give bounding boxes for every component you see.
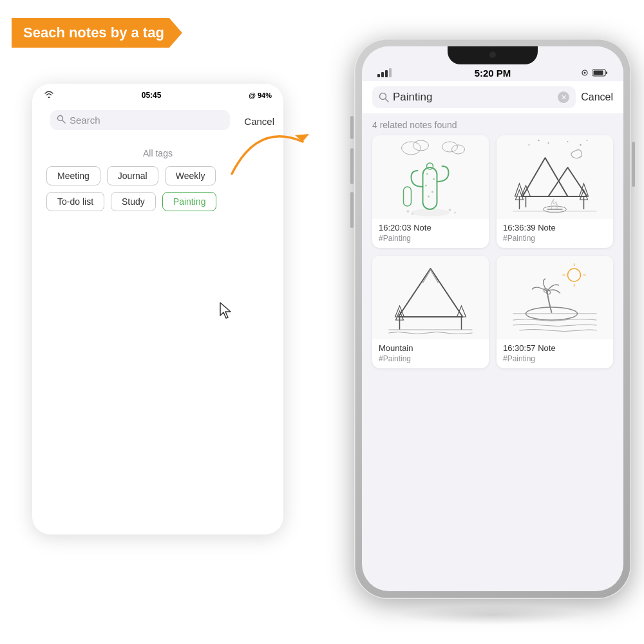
svg-marker-46 xyxy=(399,269,463,317)
svg-point-53 xyxy=(568,269,581,281)
svg-point-31 xyxy=(580,144,581,146)
search-icon-big xyxy=(379,92,389,102)
note-card-4[interactable]: 16:30:57 Note #Painting xyxy=(497,256,613,368)
note-tag-1: #Painting xyxy=(379,234,482,243)
note-card-3[interactable]: Mountain #Painting xyxy=(372,256,489,368)
svg-point-27 xyxy=(529,144,530,146)
tag-todo[interactable]: To-do list xyxy=(46,192,104,211)
right-icons xyxy=(580,69,608,77)
small-search-bar[interactable]: Search xyxy=(50,110,230,130)
silent-button xyxy=(350,192,354,228)
small-phone-status: 05:45 @ 94% xyxy=(32,84,283,104)
svg-point-16 xyxy=(428,196,430,198)
banner: Seach notes by a tag xyxy=(12,18,182,48)
note-card-2[interactable]: 16:36:39 Note #Painting xyxy=(497,135,613,248)
small-battery: @ 94% xyxy=(249,91,272,99)
note-tag-4: #Painting xyxy=(503,354,607,363)
vol-down-button xyxy=(350,148,354,184)
notch xyxy=(448,46,538,64)
tag-journal[interactable]: Journal xyxy=(107,166,158,185)
big-phone: 5:20 PM Painting ✕ xyxy=(354,39,631,599)
svg-point-30 xyxy=(567,141,569,142)
battery-icon xyxy=(592,69,608,77)
svg-point-24 xyxy=(412,213,413,215)
big-time: 5:20 PM xyxy=(475,68,511,79)
note-tag-3: #Painting xyxy=(379,354,482,363)
svg-point-4 xyxy=(584,72,586,74)
note-image-1 xyxy=(372,135,489,219)
note-card-1[interactable]: 16:20:03 Note #Painting xyxy=(372,135,489,248)
tag-study[interactable]: Study xyxy=(111,192,156,211)
svg-rect-11 xyxy=(423,167,437,209)
note-title-1: 16:20:03 Note xyxy=(379,223,482,232)
signal-icon xyxy=(377,68,392,77)
small-time: 05:45 xyxy=(142,91,162,100)
tag-weekly[interactable]: Weekly xyxy=(165,166,216,185)
svg-point-18 xyxy=(427,163,433,169)
svg-point-1 xyxy=(58,116,63,121)
note-title-4: 16:30:57 Note xyxy=(503,343,607,353)
svg-point-25 xyxy=(449,209,451,211)
big-search-area: Painting ✕ Cancel xyxy=(362,81,623,113)
svg-point-12 xyxy=(426,173,428,175)
svg-line-2 xyxy=(62,120,65,123)
note-info-1: 16:20:03 Note #Painting xyxy=(372,219,489,248)
arrow-icon xyxy=(219,116,322,193)
tag-meeting[interactable]: Meeting xyxy=(46,166,100,185)
note-info-2: 16:36:39 Note #Painting xyxy=(497,219,613,248)
svg-point-32 xyxy=(587,140,588,141)
big-phone-screen: 5:20 PM Painting ✕ xyxy=(362,46,623,591)
clear-search-button[interactable]: ✕ xyxy=(558,91,569,103)
search-query: Painting xyxy=(393,91,432,104)
tag-painting[interactable]: Painting xyxy=(162,192,217,211)
island-drawing xyxy=(497,256,613,339)
svg-rect-7 xyxy=(606,71,607,74)
big-cancel-button[interactable]: Cancel xyxy=(581,91,613,103)
search-icon-small xyxy=(57,115,66,126)
svg-point-14 xyxy=(425,185,427,187)
svg-point-22 xyxy=(452,145,465,154)
cursor-icon xyxy=(219,301,233,323)
note-tag-2: #Painting xyxy=(503,234,607,243)
note-image-3 xyxy=(372,256,489,339)
small-search-placeholder: Search xyxy=(70,115,223,126)
cactus-drawing xyxy=(372,135,489,219)
svg-rect-6 xyxy=(594,71,603,75)
svg-point-13 xyxy=(433,178,435,180)
mountain-tent-drawing xyxy=(372,256,489,339)
svg-point-21 xyxy=(442,142,458,152)
banner-text: Seach notes by a tag xyxy=(23,24,164,41)
svg-point-23 xyxy=(407,210,410,213)
notes-grid: 16:20:03 Note #Painting xyxy=(362,135,623,368)
note-info-4: 16:30:57 Note #Painting xyxy=(497,339,613,368)
svg-point-15 xyxy=(431,191,433,193)
svg-rect-17 xyxy=(404,187,412,206)
note-info-3: Mountain #Painting xyxy=(372,339,489,368)
note-title-2: 16:36:39 Note xyxy=(503,223,607,232)
power-button xyxy=(632,142,635,187)
svg-marker-34 xyxy=(549,167,587,196)
svg-point-26 xyxy=(454,212,456,214)
note-image-2 xyxy=(497,135,613,219)
svg-point-29 xyxy=(548,142,549,144)
wifi-icon xyxy=(44,90,54,100)
results-label: 4 related notes found xyxy=(362,113,623,135)
svg-line-9 xyxy=(386,99,389,102)
note-image-4 xyxy=(497,256,613,339)
phone-reflection xyxy=(396,605,589,625)
note-title-3: Mountain xyxy=(379,343,482,353)
svg-point-19 xyxy=(402,142,421,155)
big-search-field[interactable]: Painting ✕ xyxy=(372,86,576,108)
mountain-campfire-drawing xyxy=(497,135,613,219)
cell-signal-icon xyxy=(580,69,590,77)
svg-point-28 xyxy=(538,140,539,141)
big-phone-body: 5:20 PM Painting ✕ xyxy=(354,39,631,599)
vol-up-button xyxy=(350,116,354,139)
